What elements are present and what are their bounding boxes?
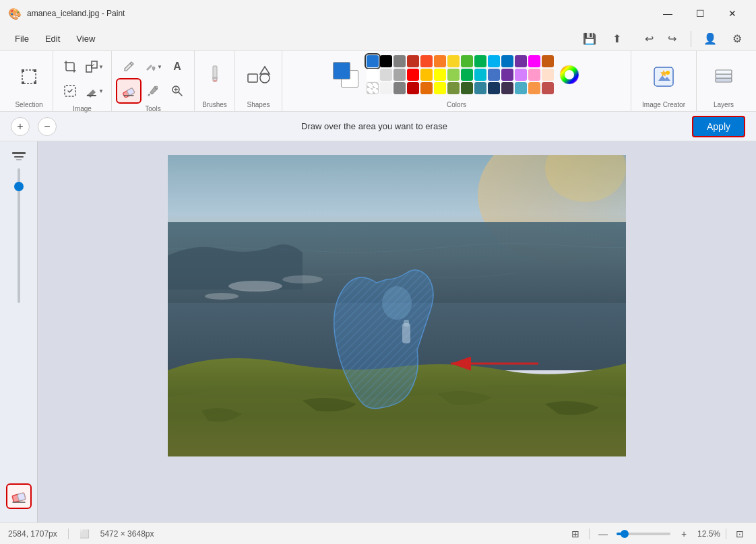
color-swatch[interactable] [434, 69, 446, 81]
color-swatch[interactable] [528, 69, 540, 81]
color-swatch[interactable] [447, 82, 460, 94]
color-swatch[interactable] [501, 82, 513, 94]
zoom-slider-thumb[interactable] [621, 530, 629, 538]
color-swatch[interactable] [501, 55, 513, 67]
ribbon-section-tools: ▼ A [111, 51, 194, 111]
fg-color-box[interactable] [333, 62, 350, 79]
maximize-button[interactable]: ☐ [685, 3, 716, 24]
color-swatch[interactable] [474, 55, 486, 67]
text-btn[interactable]: A [166, 55, 189, 78]
zoom-slider-track[interactable] [617, 533, 670, 535]
layers-btn[interactable] [707, 60, 740, 94]
share-icon[interactable]: ⬆ [606, 28, 627, 50]
user-icon[interactable]: 👤 [699, 28, 721, 50]
svg-point-22 [565, 70, 574, 79]
eraser-btn[interactable] [117, 79, 140, 102]
menu-edit[interactable]: Edit [38, 31, 67, 46]
svg-line-14 [179, 92, 182, 96]
image-creator-btn[interactable] [648, 60, 680, 94]
color-swatch[interactable] [447, 69, 460, 81]
crop-btn[interactable] [59, 55, 82, 78]
save-icon[interactable]: 💾 [579, 28, 600, 50]
menu-file[interactable]: File [8, 31, 36, 46]
shapes-icon [247, 65, 271, 89]
color-swatch[interactable] [461, 82, 473, 94]
color-swatch[interactable] [528, 82, 540, 94]
color-swatch[interactable] [528, 55, 540, 67]
minimize-button[interactable]: — [652, 3, 683, 24]
color-swatch[interactable] [515, 82, 527, 94]
color-swatch[interactable] [474, 69, 486, 81]
shapes-btn[interactable] [243, 60, 275, 94]
pencil-btn[interactable] [117, 55, 140, 78]
eyedropper-btn[interactable] [141, 79, 164, 102]
close-button[interactable]: ✕ [717, 3, 748, 24]
color-swatch[interactable] [447, 55, 460, 67]
zoom-out-status-btn[interactable]: — [595, 526, 611, 542]
color-swatch[interactable] [420, 55, 433, 67]
color-swatch[interactable] [434, 82, 446, 94]
color-swatch[interactable] [488, 55, 500, 67]
color-swatch[interactable] [407, 55, 419, 67]
fill-btn[interactable]: ▼ [83, 79, 106, 102]
color-swatch[interactable] [515, 69, 527, 81]
color-swatch[interactable] [542, 69, 554, 81]
left-sidebar [0, 141, 38, 522]
color-swatch[interactable] [542, 82, 554, 94]
zoom-in-btn[interactable]: + [11, 117, 30, 136]
canvas-area[interactable] [38, 141, 756, 522]
color-swatch[interactable] [380, 69, 392, 81]
color-wheel-btn[interactable] [558, 63, 581, 86]
color-swatch[interactable] [488, 82, 500, 94]
ribbon-section-shapes: Shapes [234, 51, 282, 111]
tools-label: Tools [145, 102, 160, 112]
menu-view[interactable]: View [69, 31, 102, 46]
slider-thumb[interactable] [14, 182, 24, 191]
zoom-out-btn[interactable]: − [38, 117, 57, 136]
color-swatch[interactable] [501, 69, 513, 81]
color-swatches [367, 55, 554, 94]
color-swatch[interactable] [380, 82, 392, 94]
layers-label: Layers [714, 98, 734, 108]
selection-rect-icon [20, 67, 38, 86]
svg-rect-27 [716, 70, 732, 74]
settings-icon[interactable]: ⚙ [726, 28, 748, 50]
svg-rect-18 [212, 77, 218, 79]
apply-button[interactable]: Apply [692, 116, 745, 137]
brushes-btn[interactable] [202, 60, 228, 94]
color-swatch[interactable] [461, 55, 473, 67]
color-swatch[interactable] [461, 69, 473, 81]
color-swatch[interactable] [488, 69, 500, 81]
eraser-icon [122, 84, 135, 98]
color-swatch[interactable] [393, 69, 406, 81]
zoom-tool-btn[interactable] [166, 79, 189, 102]
color-swatch[interactable] [542, 55, 554, 67]
color-swatch[interactable] [367, 82, 379, 94]
color-swatch[interactable] [367, 69, 379, 81]
color-swatch[interactable] [407, 82, 419, 94]
statusbar-screenshot-icon[interactable]: ⊞ [567, 526, 584, 542]
fit-page-btn[interactable]: ⊡ [732, 526, 748, 542]
color-swatch[interactable] [393, 82, 406, 94]
color-swatch[interactable] [407, 69, 419, 81]
resize-btn[interactable]: ▼ [83, 55, 106, 78]
color-swatch[interactable] [367, 55, 379, 67]
color-swatch[interactable] [393, 55, 406, 67]
redo-icon[interactable]: ↪ [661, 28, 683, 50]
color-swatch[interactable] [380, 55, 392, 67]
fill-tool-btn[interactable]: ▼ [141, 55, 164, 78]
slider-track [18, 168, 20, 303]
size-slider[interactable] [18, 168, 20, 478]
eraser-sidebar-btn[interactable] [6, 483, 32, 509]
color-swatch[interactable] [434, 55, 446, 67]
color-swatch[interactable] [420, 69, 433, 81]
selection-btn[interactable] [15, 60, 42, 94]
zoom-in-status-btn[interactable]: + [676, 526, 692, 542]
color-swatch[interactable] [420, 82, 433, 94]
color-swatch[interactable] [474, 82, 486, 94]
color-swatch[interactable] [515, 55, 527, 67]
pencil-icon [122, 60, 135, 73]
ribbon-section-brushes: Brushes [194, 51, 234, 111]
ai-select-btn[interactable] [59, 79, 82, 102]
undo-icon[interactable]: ↩ [638, 28, 660, 50]
